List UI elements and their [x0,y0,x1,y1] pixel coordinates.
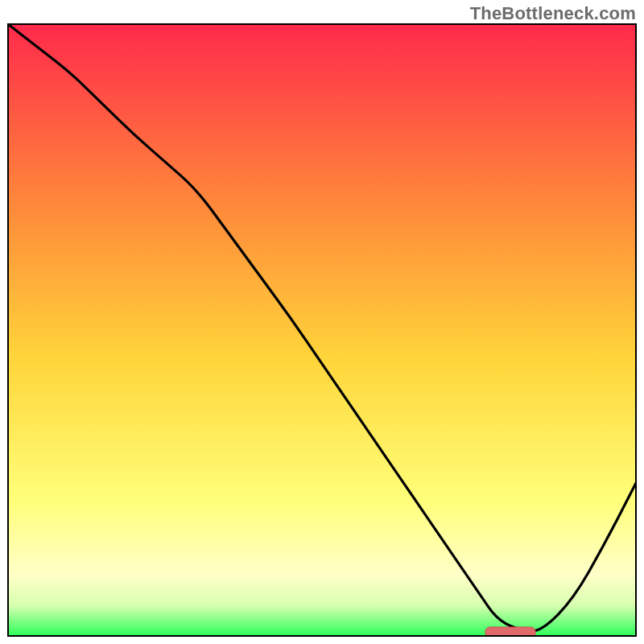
watermark-text: TheBottleneck.com [470,3,636,24]
chart-container: { "watermark": "TheBottleneck.com", "col… [0,0,644,644]
bottleneck-chart [0,0,644,644]
gradient-background [8,24,636,636]
